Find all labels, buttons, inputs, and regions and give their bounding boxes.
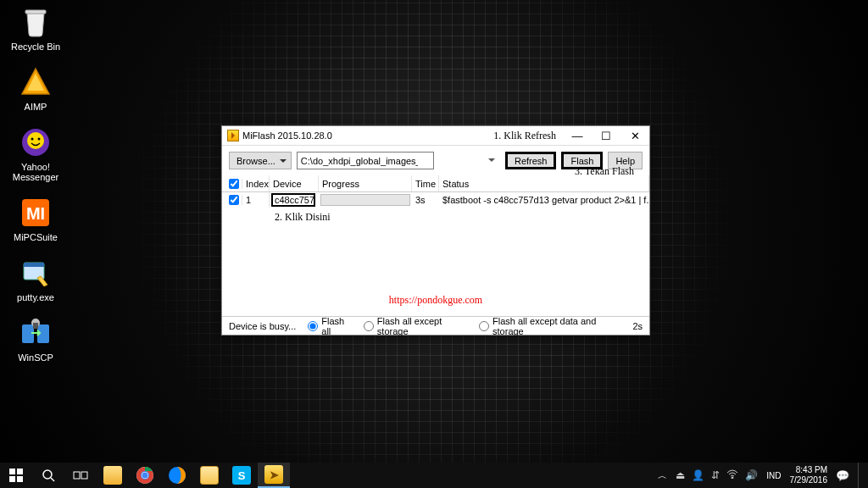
taskbar-explorer[interactable] <box>193 463 225 488</box>
statusbar: Device is busy... Flash all Flash all ex… <box>222 316 649 335</box>
path-input[interactable] <box>297 152 434 169</box>
tray-clock[interactable]: 8:43 PM 7/29/2016 <box>790 465 828 485</box>
svg-rect-12 <box>33 323 38 329</box>
desktop-icons: Recycle Bin AIMP Yahoo! Messenger MI MiP… <box>5 5 66 376</box>
mipcsuite-label: MiPCSuite <box>14 232 58 242</box>
close-button[interactable]: ✕ <box>620 126 649 145</box>
flash-all-radio[interactable]: Flash all <box>308 316 353 336</box>
mipcsuite-icon[interactable]: MI MiPCSuite <box>5 196 66 242</box>
minimize-button[interactable]: — <box>563 126 592 145</box>
cell-index: 1 <box>242 192 270 208</box>
svg-rect-15 <box>9 476 15 482</box>
winscp-icon[interactable]: WinSCP <box>5 316 66 363</box>
col-index[interactable]: Index <box>242 175 270 191</box>
taskbar: S ➤ ︿ ⏏ 👤 ⇵ 🔊 IND 8:43 PM 7/29/2016 💬 <box>0 463 868 488</box>
taskbar-firefox[interactable] <box>161 463 193 488</box>
task-view-button[interactable] <box>64 463 97 488</box>
annotation-refresh: 1. Klik Refresh <box>493 130 556 142</box>
svg-point-4 <box>38 138 41 141</box>
progress-bar <box>320 194 410 206</box>
svg-rect-8 <box>24 263 44 267</box>
system-tray: ︿ ⏏ 👤 ⇵ 🔊 IND 8:43 PM 7/29/2016 💬 <box>651 463 868 488</box>
status-time: 2s <box>632 321 643 331</box>
path-combo-wrap <box>297 152 500 169</box>
tray-people-icon[interactable]: 👤 <box>692 469 704 481</box>
table-header: Index Device Progress Time Status <box>222 175 649 192</box>
tray-chevron-up-icon[interactable]: ︿ <box>658 469 667 482</box>
annotation-click-here: 2. Klik Disini <box>275 211 649 224</box>
aimp-icon[interactable]: AIMP <box>5 65 66 112</box>
tray-time: 8:43 PM <box>790 465 828 475</box>
svg-point-3 <box>31 138 34 141</box>
browse-button[interactable]: Browse... <box>229 152 292 169</box>
tray-volume-icon[interactable]: 🔊 <box>745 469 758 481</box>
window-title: MiFlash 2015.10.28.0 <box>242 130 332 141</box>
svg-rect-19 <box>81 472 87 479</box>
recycle-bin-label: Recycle Bin <box>11 42 60 52</box>
tray-removable-icon[interactable]: ⏏ <box>676 469 685 481</box>
putty-label: putty.exe <box>17 292 54 302</box>
row-checkbox[interactable] <box>229 195 239 205</box>
yahoo-messenger-icon[interactable]: Yahoo! Messenger <box>5 125 66 182</box>
svg-point-17 <box>43 470 52 479</box>
winscp-label: WinSCP <box>18 352 53 363</box>
start-button[interactable] <box>0 463 32 488</box>
taskbar-file-explorer[interactable] <box>97 463 129 488</box>
titlebar[interactable]: MiFlash 2015.10.28.0 1. Klik Refresh — ☐… <box>222 126 649 146</box>
table-row[interactable]: 1 c48cc757... 3s $fastboot -s c48cc757d1… <box>222 192 649 208</box>
svg-point-24 <box>142 473 148 479</box>
status-text: Device is busy... <box>229 321 296 331</box>
col-status[interactable]: Status <box>439 175 649 191</box>
tray-notifications-icon[interactable]: 💬 <box>836 469 849 482</box>
svg-rect-14 <box>17 469 23 474</box>
app-icon <box>227 130 239 141</box>
aimp-label: AIMP <box>25 102 47 112</box>
tray-wifi-icon[interactable] <box>726 469 738 481</box>
taskbar-skype[interactable]: S <box>225 463 258 488</box>
putty-icon[interactable]: putty.exe <box>5 256 66 302</box>
col-progress[interactable]: Progress <box>319 175 412 191</box>
svg-rect-0 <box>25 10 46 14</box>
tray-date: 7/29/2016 <box>790 475 828 485</box>
taskbar-miflash[interactable]: ➤ <box>258 463 290 488</box>
miflash-window: MiFlash 2015.10.28.0 1. Klik Refresh — ☐… <box>221 125 650 336</box>
flash-mode-group: Flash all Flash all except storage Flash… <box>308 316 620 336</box>
refresh-button[interactable]: Refresh <box>505 152 557 169</box>
tray-language[interactable]: IND <box>766 471 781 480</box>
maximize-button[interactable]: ☐ <box>592 126 620 145</box>
col-device[interactable]: Device <box>270 175 319 191</box>
recycle-bin-icon[interactable]: Recycle Bin <box>5 5 66 52</box>
select-all-checkbox[interactable] <box>229 179 239 189</box>
col-time[interactable]: Time <box>412 175 439 191</box>
svg-rect-16 <box>17 476 23 482</box>
flash-except-storage-radio[interactable]: Flash all except storage <box>364 316 469 336</box>
device-table: Index Device Progress Time Status 1 c48c… <box>222 175 649 316</box>
cell-device: c48cc757... <box>271 193 315 207</box>
tray-network-icon[interactable]: ⇵ <box>711 469 720 481</box>
svg-rect-18 <box>74 472 80 479</box>
svg-point-26 <box>732 477 733 479</box>
watermark-link: https://pondokgue.com <box>222 294 649 307</box>
flash-except-data-storage-radio[interactable]: Flash all except data and storage <box>479 316 620 336</box>
show-desktop-button[interactable] <box>858 463 861 488</box>
svg-rect-13 <box>9 469 15 474</box>
svg-text:MI: MI <box>26 204 45 223</box>
yahoo-label: Yahoo! Messenger <box>5 162 66 182</box>
svg-point-2 <box>27 132 44 149</box>
search-button[interactable] <box>32 463 64 488</box>
cell-status: $fastboot -s c48cc757d13 getvar product … <box>439 192 649 208</box>
cell-time: 3s <box>412 192 439 208</box>
taskbar-chrome[interactable] <box>129 463 161 488</box>
